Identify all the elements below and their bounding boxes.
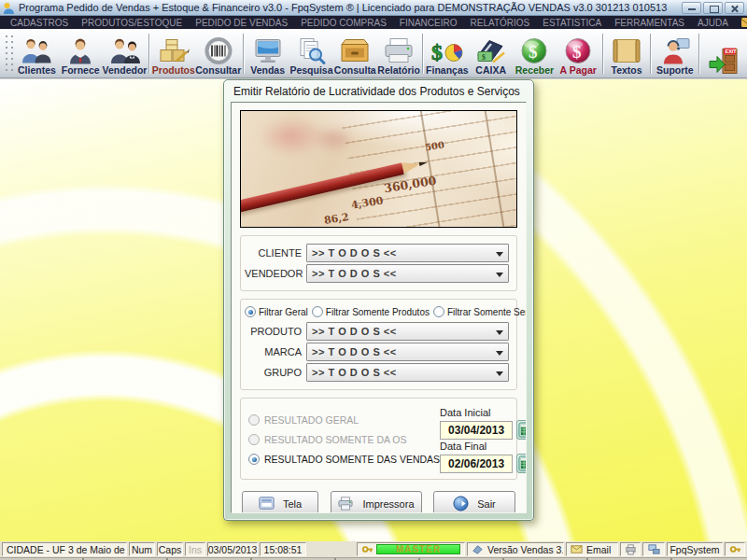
tela-button[interactable]: Tela xyxy=(242,491,318,513)
toolbar-label-vendas: Vendas xyxy=(250,65,285,76)
screen-icon xyxy=(259,497,275,511)
menu-item-ferramentas[interactable]: FERRAMENTAS xyxy=(608,18,691,28)
status-location: CIDADE - UF 3 de Maio de 2013 - Sexta-fe… xyxy=(2,542,127,556)
toolbar-button-produtos[interactable]: Produtos xyxy=(151,30,195,77)
selector-group-cliente-vendedor: CLIENTE >> T O D O S << VENDEDOR >> T O … xyxy=(240,235,517,291)
menu-item-pedido-de-vendas[interactable]: PEDIDO DE VENDAS xyxy=(189,18,294,28)
result-group: RESULTADO GERAL RESULTADO SOMENTE DA OS … xyxy=(240,398,517,480)
scroll-icon xyxy=(610,36,643,65)
status-printer-panel[interactable] xyxy=(620,542,641,556)
toolbar-button-financas[interactable]: $ Finanças xyxy=(425,30,469,77)
window-title: Programa Pedido de Vendas + Estoque & Fi… xyxy=(19,2,680,13)
radio-resultado-geral[interactable]: RESULTADO GERAL xyxy=(248,414,440,426)
barcode-icon xyxy=(202,36,235,65)
app-window: Programa Pedido de Vendas + Estoque & Fi… xyxy=(0,0,747,560)
toolbar: Clientes Fornece Vendedor Produtos Consu… xyxy=(0,29,747,78)
clients-icon xyxy=(20,36,53,65)
toolbar-button-caixa[interactable]: $ CAIXA xyxy=(469,30,513,77)
toolbar-button-textos[interactable]: Textos xyxy=(605,30,649,77)
support-icon xyxy=(658,36,692,65)
status-key-panel xyxy=(725,542,745,556)
dialog-title: Emitir Relatório de Lucratividade dos Pr… xyxy=(231,80,527,102)
printer-icon xyxy=(337,497,354,511)
report-dialog: Emitir Relatório de Lucratividade dos Pr… xyxy=(223,79,534,521)
dialog-buttons: Tela Impressora Sair xyxy=(240,491,517,513)
menu-item-pedido-compras[interactable]: PEDIDO COMPRAS xyxy=(294,18,393,28)
produto-select[interactable]: >> T O D O S << xyxy=(306,322,509,341)
menu-item-ajuda[interactable]: AJUDA xyxy=(691,18,735,28)
cliente-select[interactable]: >> T O D O S << xyxy=(306,244,509,262)
printer-icon xyxy=(382,36,416,65)
calendar-button-final[interactable] xyxy=(516,454,527,473)
menu-item-email[interactable]: E-MAIL xyxy=(735,18,747,28)
status-user-panel: MASTER xyxy=(357,542,465,556)
radio-resultado-somente-das-vendas[interactable]: RESULTADO SOMENTE DAS VENDAS xyxy=(248,454,440,465)
svg-text:$: $ xyxy=(572,42,582,62)
monitor-icon xyxy=(251,36,285,65)
menu-bar: CADASTROS PRODUTOS/ESTOQUE PEDIDO DE VEN… xyxy=(0,16,747,29)
toolbar-button-a-pagar[interactable]: $ A Pagar xyxy=(557,30,600,77)
maximize-button[interactable] xyxy=(703,2,723,14)
svg-text:$: $ xyxy=(482,53,486,62)
toolbar-label-clientes: Clientes xyxy=(18,65,56,76)
toolbar-button-suporte[interactable]: Suporte xyxy=(653,30,697,77)
toolbar-button-clientes[interactable]: Clientes xyxy=(15,30,59,77)
impressora-button[interactable]: Impressora xyxy=(331,491,422,513)
supplier-icon xyxy=(63,36,97,65)
menu-item-estatistica[interactable]: ESTATISTICA xyxy=(536,18,608,28)
status-email-panel[interactable]: Email xyxy=(566,542,618,556)
svg-text:EXIT: EXIT xyxy=(725,49,737,54)
radio-filtrar-somente-produtos[interactable]: Filtrar Somente Produtos xyxy=(312,306,430,317)
toolbar-button-receber[interactable]: $ Receber xyxy=(513,30,557,77)
toolbar-button-consultar[interactable]: Consultar xyxy=(195,30,241,77)
menu-item-financeiro[interactable]: FINANCEIRO xyxy=(393,18,464,28)
svg-text:$: $ xyxy=(431,40,443,64)
status-network-panel[interactable] xyxy=(642,542,665,556)
status-version: Versão Vendas 3.0 xyxy=(487,544,564,555)
search-docs-icon xyxy=(294,36,328,65)
toolbar-button-consulta[interactable]: Consulta xyxy=(333,30,377,77)
status-brand: FpqSystem xyxy=(667,542,723,556)
network-icon xyxy=(648,543,660,555)
toolbar-label-vendedor: Vendedor xyxy=(103,65,148,76)
radio-resultado-somente-da-os[interactable]: RESULTADO SOMENTE DA OS xyxy=(248,434,440,445)
close-button[interactable] xyxy=(725,2,744,14)
toolbar-button-exit[interactable]: EXIT xyxy=(701,30,745,77)
toolbar-button-vendedor[interactable]: Vendedor xyxy=(103,30,148,77)
radio-dot xyxy=(433,306,444,317)
minimize-button[interactable] xyxy=(682,2,701,14)
data-final-label: Data Final xyxy=(440,441,527,452)
menu-item-cadastros[interactable]: CADASTROS xyxy=(4,18,75,28)
radio-filtrar-geral[interactable]: Filtrar Geral xyxy=(245,306,308,317)
calendar-icon xyxy=(518,422,527,438)
toolbar-separator xyxy=(422,34,423,74)
marca-select[interactable]: >> T O D O S << xyxy=(306,343,509,361)
finance-icon: $ xyxy=(430,36,464,65)
data-final-field[interactable]: 02/06/2013 xyxy=(440,455,513,473)
toolbar-separator xyxy=(148,34,149,74)
status-bar: CIDADE - UF 3 de Maio de 2013 - Sexta-fe… xyxy=(0,541,747,557)
pay-money-icon: $ xyxy=(561,36,595,65)
toolbar-button-vendas[interactable]: Vendas xyxy=(246,30,289,77)
calendar-button-inicial[interactable] xyxy=(516,420,527,440)
toolbar-button-pesquisa[interactable]: Pesquisa xyxy=(289,30,333,77)
menu-item-relatorios[interactable]: RELATÓRIOS xyxy=(464,18,537,28)
salesperson-icon xyxy=(108,36,142,65)
grupo-select[interactable]: >> T O D O S << xyxy=(306,363,509,382)
data-inicial-label: Data Inicial xyxy=(440,407,527,418)
ledger-photo: 500 360,000 4,300 86,2 xyxy=(240,110,517,228)
toolbar-label-suporte: Suporte xyxy=(656,65,694,76)
toolbar-label-caixa: CAIXA xyxy=(475,65,506,76)
data-inicial-field[interactable]: 03/04/2013 xyxy=(440,421,513,440)
menu-item-produtos-estoque[interactable]: PRODUTOS/ESTOQUE xyxy=(75,18,189,28)
version-icon xyxy=(472,543,484,555)
radio-filtrar-somente-servicos[interactable]: Filtrar Somente Serviços xyxy=(433,306,527,317)
sair-button[interactable]: Sair xyxy=(433,491,515,513)
vendedor-select[interactable]: >> T O D O S << xyxy=(306,264,509,283)
ledger-lines xyxy=(340,110,517,228)
key-icon xyxy=(361,543,374,555)
status-num-lock: Num xyxy=(129,542,155,556)
toolbar-button-relatorio[interactable]: Relatório xyxy=(377,30,421,77)
toolbar-button-fornece[interactable]: Fornece xyxy=(59,30,103,77)
date-range: Data Inicial 03/04/2013 Data Final 02/06… xyxy=(440,406,527,473)
